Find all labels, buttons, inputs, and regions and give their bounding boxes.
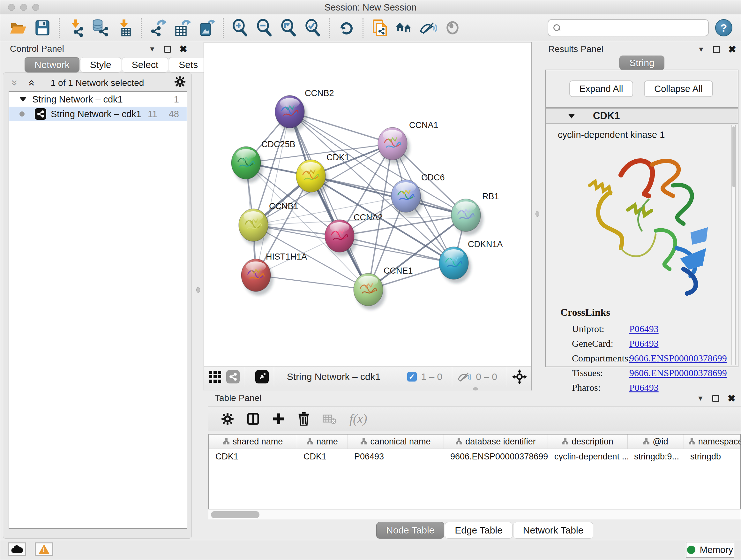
- birdseye-view-icon[interactable]: [255, 370, 269, 383]
- save-session-button[interactable]: [33, 18, 52, 37]
- panel-float-icon[interactable]: [712, 395, 719, 402]
- crosslink-link[interactable]: 9606.ENSP00000378699: [629, 353, 727, 364]
- network-view-toolbar: String Network – cdk1 ✓ 1 – 0 0 – 0: [204, 366, 531, 387]
- create-column-plus-icon[interactable]: [272, 413, 285, 425]
- column-header-canonical-name[interactable]: canonical name: [348, 435, 444, 449]
- crosslink-label: GeneCard:: [572, 338, 613, 349]
- memory-button[interactable]: Memory: [686, 542, 734, 558]
- table-cell[interactable]: stringdb: [684, 449, 741, 464]
- import-network-file-button[interactable]: [67, 18, 85, 37]
- zoom-selected-button[interactable]: [304, 18, 322, 37]
- panel-float-icon[interactable]: [164, 46, 171, 53]
- crosslink-row: Compartments:9606.ENSP00000378699: [546, 353, 738, 368]
- grid-mode-icon[interactable]: [209, 371, 221, 383]
- tab-network-table[interactable]: Network Table: [513, 522, 594, 539]
- table-cell[interactable]: cyclin-dependent ...: [548, 449, 628, 464]
- hide-selected-button[interactable]: [419, 18, 437, 37]
- node-RB1[interactable]: [451, 199, 481, 232]
- column-type-icon: [456, 438, 462, 445]
- node-CCNA2[interactable]: [325, 220, 354, 252]
- import-table-button[interactable]: [115, 18, 134, 37]
- node-CCNB2[interactable]: [275, 96, 305, 128]
- gene-entry-header[interactable]: CDK1: [546, 109, 738, 124]
- expand-all-button[interactable]: Expand All: [569, 80, 633, 97]
- node-CCNE1[interactable]: [354, 273, 383, 306]
- show-eye-icon: [445, 21, 461, 35]
- warnings-button[interactable]: [35, 543, 53, 556]
- column-header-description[interactable]: description: [548, 435, 628, 449]
- edge-CCNB2-CCNE1[interactable]: [290, 112, 368, 290]
- node-label-CCNA2: CCNA2: [354, 212, 383, 222]
- table-cell[interactable]: stringdb:9...: [628, 449, 684, 464]
- network-canvas[interactable]: CCNB2CCNA1CDC25BCDK1CDC6RB1CCNB1CCNA2CDK…: [204, 43, 532, 366]
- table-cell[interactable]: CDK1: [209, 449, 297, 464]
- clone-network-button[interactable]: [370, 18, 389, 37]
- panel-menu-icon[interactable]: ▼: [697, 45, 704, 54]
- collapse-all-button[interactable]: Collapse All: [644, 80, 713, 97]
- column-header-database-identifier[interactable]: database identifier: [444, 435, 548, 449]
- panel-menu-icon[interactable]: ▼: [149, 45, 156, 53]
- tab-string[interactable]: String: [619, 56, 664, 70]
- node-CCNB1[interactable]: [239, 209, 268, 241]
- delete-column-trash-icon[interactable]: [298, 412, 310, 426]
- table-row[interactable]: CDK1CDK1P064939606.ENSP00000378699cyclin…: [209, 449, 740, 464]
- tab-edge-table[interactable]: Edge Table: [445, 522, 513, 539]
- panel-close-icon[interactable]: ✖: [728, 46, 736, 53]
- network-options-gear-icon[interactable]: [174, 76, 186, 89]
- zoom-fit-button[interactable]: [279, 18, 298, 37]
- column-header-@id[interactable]: @id: [628, 435, 684, 449]
- tab-node-table[interactable]: Node Table: [376, 522, 444, 539]
- show-columns-icon[interactable]: [247, 413, 259, 425]
- tab-sets[interactable]: Sets: [169, 57, 208, 72]
- node-CDC6[interactable]: [391, 180, 421, 212]
- crosslink-link[interactable]: P06493: [629, 323, 659, 334]
- right-splitter-handle[interactable]: [536, 211, 539, 217]
- node-CDKN1A[interactable]: [439, 247, 468, 279]
- left-splitter-handle[interactable]: [196, 287, 200, 293]
- network-view-mode-icon[interactable]: [226, 370, 240, 383]
- zoom-out-button[interactable]: [255, 18, 273, 37]
- results-scrollbar[interactable]: [731, 125, 736, 365]
- node-HIST1H1A[interactable]: [241, 259, 271, 292]
- table-cell[interactable]: P06493: [348, 449, 444, 464]
- export-image-button[interactable]: [197, 18, 216, 37]
- table-cell[interactable]: 9606.ENSP00000378699: [444, 449, 548, 464]
- import-network-database-button[interactable]: [91, 18, 110, 37]
- export-network-button[interactable]: [149, 18, 167, 37]
- collection-expand-caret[interactable]: [19, 97, 26, 102]
- panel-close-icon[interactable]: ✖: [179, 46, 187, 53]
- panel-menu-icon[interactable]: ▼: [697, 394, 704, 402]
- node-CCNA1[interactable]: [378, 127, 407, 160]
- column-header-name[interactable]: name: [297, 435, 348, 449]
- crosslink-link[interactable]: 9606.ENSP00000378699: [629, 368, 727, 378]
- show-all-button[interactable]: [443, 18, 462, 37]
- crosslink-link[interactable]: P06493: [629, 338, 659, 349]
- tab-select[interactable]: Select: [122, 57, 168, 72]
- pan-crosshair-icon[interactable]: [512, 369, 527, 384]
- table-tabs: Node TableEdge TableNetwork Table: [376, 522, 594, 539]
- column-header-shared-name[interactable]: shared name: [209, 435, 297, 449]
- selected-indicator-checkbox[interactable]: ✓: [407, 372, 417, 381]
- cloud-button[interactable]: [8, 543, 26, 556]
- network-collection-row[interactable]: String Network – cdk1 1: [9, 92, 187, 107]
- panel-close-icon[interactable]: ✖: [728, 395, 736, 402]
- node-CDC25B[interactable]: [231, 146, 261, 179]
- entry-expand-caret[interactable]: [568, 114, 575, 118]
- node-CDK1[interactable]: [296, 160, 326, 192]
- table-cell[interactable]: CDK1: [297, 449, 348, 464]
- first-neighbors-button[interactable]: [395, 18, 413, 37]
- tab-network[interactable]: Network: [24, 57, 79, 72]
- panel-float-icon[interactable]: [713, 46, 720, 53]
- network-row[interactable]: String Network – cdk1 11 48: [9, 107, 187, 121]
- tab-style[interactable]: Style: [80, 57, 121, 72]
- table-settings-gear-icon[interactable]: [221, 413, 234, 425]
- column-header-namespace[interactable]: namespace: [684, 435, 741, 449]
- table-horizontal-scrollbar[interactable]: [208, 509, 741, 519]
- export-table-button[interactable]: [173, 18, 192, 37]
- open-session-button[interactable]: [9, 18, 27, 37]
- scrollbar-thumb[interactable]: [211, 511, 259, 518]
- search-input[interactable]: [564, 23, 704, 33]
- apply-layout-button[interactable]: [337, 18, 355, 37]
- zoom-in-button[interactable]: [231, 18, 249, 37]
- help-button[interactable]: ?: [715, 19, 732, 37]
